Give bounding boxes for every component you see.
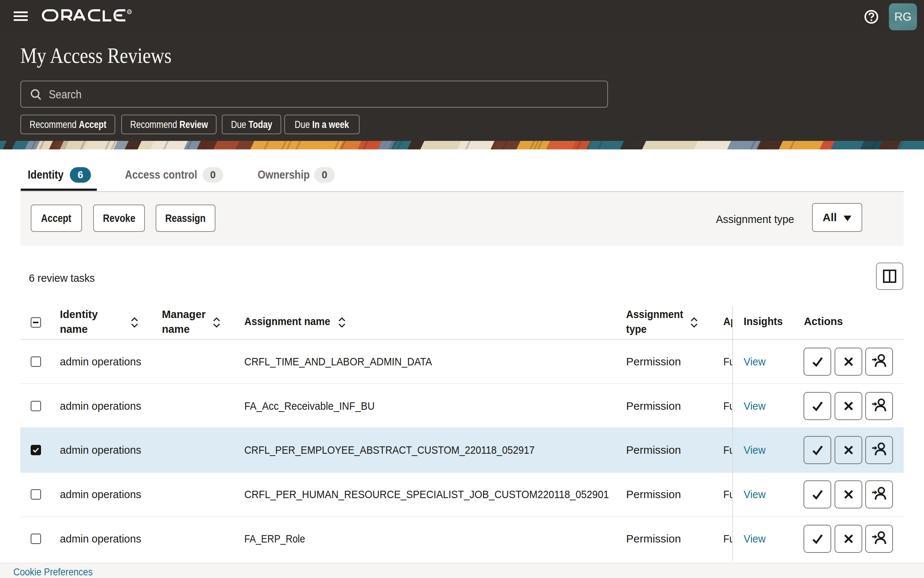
svg-text:R: R — [128, 10, 131, 14]
